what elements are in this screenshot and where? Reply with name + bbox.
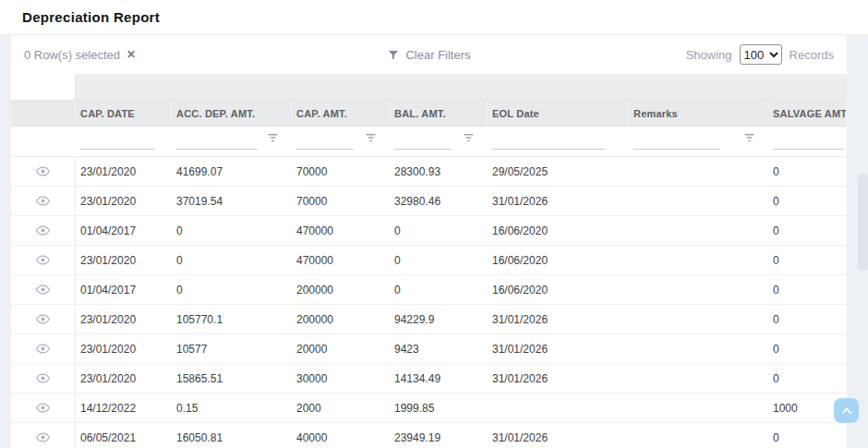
scroll-to-top-button[interactable] xyxy=(834,398,859,423)
cell-acc_dep_amt: 0.15 xyxy=(172,394,292,422)
cell-acc_dep_amt: 0 xyxy=(172,216,292,245)
cell-remarks xyxy=(629,423,768,448)
cell-cap_date: 23/01/2020 xyxy=(76,364,172,393)
table-toolbar: 0 Row(s) selected ✕ Clear Filters Showin… xyxy=(11,35,847,74)
cell-acc_dep_amt: 41699.07 xyxy=(172,157,292,186)
report-card: 0 Row(s) selected ✕ Clear Filters Showin… xyxy=(11,35,847,448)
table-row: 23/01/20201057720000942331/01/20260 xyxy=(11,334,847,364)
cell-cap_amt: 200000 xyxy=(292,275,390,304)
view-row-button[interactable] xyxy=(11,364,76,393)
cell-salvage_amt: 0 xyxy=(768,187,847,215)
filter-input-salvage_amt[interactable] xyxy=(773,133,844,150)
cell-eol_date: 31/01/2026 xyxy=(488,423,629,448)
page-size-control: Showing 100 Records xyxy=(686,44,834,65)
vertical-scrollbar-thumb[interactable] xyxy=(858,174,868,271)
cell-bal_amt: 94229.9 xyxy=(390,305,488,333)
cell-cap_date: 06/05/2021 xyxy=(76,423,172,448)
filter-input-remarks[interactable] xyxy=(633,133,720,150)
filter-lines-icon[interactable] xyxy=(743,130,755,147)
filter-input-acc_dep_amt[interactable] xyxy=(176,133,258,150)
cell-eol_date: 16/06/2020 xyxy=(488,275,629,304)
column-header-remarks: Remarks xyxy=(629,101,768,126)
table-header-row: CAP. DATEACC. DEP. AMT.CAP. AMT.BAL. AMT… xyxy=(11,100,847,127)
cell-eol_date xyxy=(488,394,629,422)
cell-cap_amt: 2000 xyxy=(292,394,390,422)
cell-salvage_amt: 0 xyxy=(768,305,847,333)
filter-cell-bal_amt xyxy=(390,127,488,156)
cell-cap_date: 14/12/2022 xyxy=(76,394,172,422)
table-row: 14/12/20220.1520001999.851000 xyxy=(11,394,847,423)
cell-cap_amt: 70000 xyxy=(292,187,390,215)
eye-icon xyxy=(36,163,50,180)
table-filter-row xyxy=(11,127,847,157)
chevron-up-icon xyxy=(839,404,854,418)
cell-eol_date: 16/06/2020 xyxy=(488,216,629,245)
filter-lines-icon[interactable] xyxy=(365,130,377,147)
filter-cell-cap_date xyxy=(76,127,172,156)
cell-remarks xyxy=(629,364,768,393)
cell-cap_amt: 200000 xyxy=(292,305,390,333)
cell-salvage_amt: 0 xyxy=(768,423,847,448)
filter-cell-salvage_amt xyxy=(768,127,847,156)
view-row-button[interactable] xyxy=(11,334,76,363)
view-row-button[interactable] xyxy=(11,394,76,422)
clear-selection-icon[interactable]: ✕ xyxy=(127,48,136,61)
filter-cell-actions xyxy=(11,127,76,156)
cell-acc_dep_amt: 15865.51 xyxy=(172,364,292,393)
cell-bal_amt: 23949.19 xyxy=(390,423,488,448)
filter-input-bal_amt[interactable] xyxy=(394,133,452,150)
filter-input-eol_date[interactable] xyxy=(492,133,605,150)
filter-input-cap_amt[interactable] xyxy=(296,133,354,150)
cell-eol_date: 29/05/2025 xyxy=(488,157,629,186)
cell-cap_amt: 30000 xyxy=(292,364,390,393)
cell-cap_amt: 40000 xyxy=(292,423,390,448)
view-row-button[interactable] xyxy=(11,187,76,215)
header-spacer-right xyxy=(76,74,847,100)
filter-lines-icon[interactable] xyxy=(267,130,279,147)
view-row-button[interactable] xyxy=(11,275,76,304)
cell-cap_date: 23/01/2020 xyxy=(76,246,172,274)
view-row-button[interactable] xyxy=(11,246,76,274)
view-row-button[interactable] xyxy=(11,423,76,448)
column-header-bal_amt: BAL. AMT. xyxy=(390,101,488,126)
view-row-button[interactable] xyxy=(11,157,76,186)
filter-input-cap_date[interactable] xyxy=(80,133,154,150)
cell-eol_date: 31/01/2026 xyxy=(488,305,629,333)
cell-salvage_amt: 0 xyxy=(768,334,847,363)
rows-selected-label: 0 Row(s) selected xyxy=(24,48,120,62)
cell-remarks xyxy=(629,305,768,333)
view-row-button[interactable] xyxy=(11,305,76,333)
cell-eol_date: 16/06/2020 xyxy=(488,246,629,274)
cell-remarks xyxy=(629,157,768,186)
eye-icon xyxy=(36,193,50,210)
page-title: Depreciation Report xyxy=(22,9,160,25)
cell-eol_date: 31/01/2026 xyxy=(488,364,629,393)
cell-bal_amt: 32980.46 xyxy=(390,187,488,215)
cell-remarks xyxy=(629,275,768,304)
cell-acc_dep_amt: 0 xyxy=(172,246,292,274)
column-header-acc_dep_amt: ACC. DEP. AMT. xyxy=(172,101,292,126)
cell-cap_date: 23/01/2020 xyxy=(76,305,172,333)
page-size-select[interactable]: 100 xyxy=(740,44,782,65)
clear-filters-label: Clear Filters xyxy=(405,48,470,62)
filter-cell-remarks xyxy=(629,127,768,156)
rows-selected: 0 Row(s) selected ✕ xyxy=(24,48,136,62)
cell-salvage_amt: 0 xyxy=(768,364,847,393)
vertical-scrollbar[interactable] xyxy=(858,35,868,448)
cell-bal_amt: 0 xyxy=(390,275,488,304)
view-row-button[interactable] xyxy=(11,216,76,245)
table-row: 23/01/20200470000016/06/20200 xyxy=(11,246,847,275)
cell-salvage_amt: 0 xyxy=(768,157,847,186)
cell-cap_date: 01/04/2017 xyxy=(76,275,172,304)
eye-icon xyxy=(36,400,50,417)
filter-cell-acc_dep_amt xyxy=(172,127,292,156)
cell-acc_dep_amt: 0 xyxy=(172,275,292,304)
cell-remarks xyxy=(629,334,768,363)
clear-filters-button[interactable]: Clear Filters xyxy=(387,48,470,62)
filter-lines-icon[interactable] xyxy=(463,130,475,147)
eye-icon xyxy=(36,430,50,446)
cell-acc_dep_amt: 105770.1 xyxy=(172,305,292,333)
filter-cell-eol_date xyxy=(488,127,629,156)
table-body: 23/01/202041699.077000028300.9329/05/202… xyxy=(11,157,847,448)
cell-remarks xyxy=(629,187,768,215)
